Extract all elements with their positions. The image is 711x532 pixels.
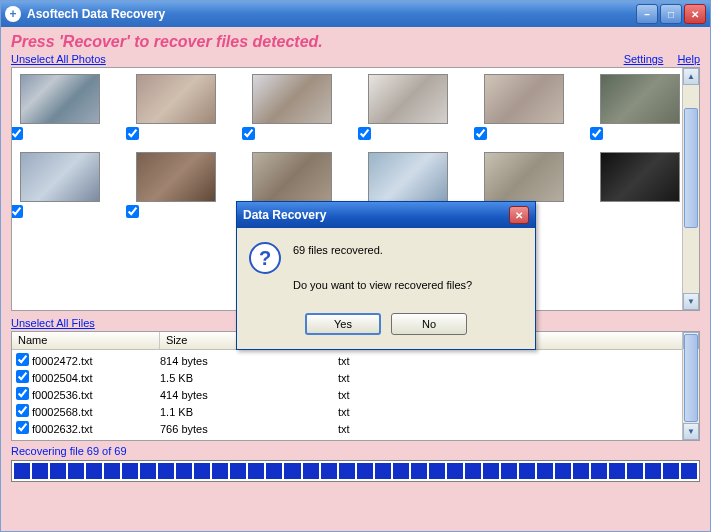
unselect-all-files-link[interactable]: Unselect All Files <box>11 317 95 329</box>
thumbnail-item[interactable] <box>20 152 108 202</box>
thumbnail-checkbox[interactable] <box>126 205 139 218</box>
thumbnail-item[interactable] <box>20 74 108 124</box>
progress-segment <box>429 463 445 479</box>
scroll-up-icon[interactable]: ▲ <box>683 68 699 85</box>
photo-thumbnail <box>252 74 332 124</box>
thumbnail-checkbox[interactable] <box>11 127 23 140</box>
file-extension: txt <box>338 423 488 435</box>
maximize-button[interactable]: □ <box>660 4 682 24</box>
dialog-message: 69 files recovered. Do you want to view … <box>293 242 472 295</box>
progress-segment <box>501 463 517 479</box>
thumbnail-checkbox[interactable] <box>358 127 371 140</box>
file-name: f0002568.txt <box>32 406 160 418</box>
progress-segment <box>339 463 355 479</box>
progress-segment <box>50 463 66 479</box>
scroll-down-icon[interactable]: ▼ <box>683 423 699 440</box>
dialog-line1: 69 files recovered. <box>293 242 472 260</box>
progress-segment <box>555 463 571 479</box>
file-extension: txt <box>338 372 488 384</box>
photos-scrollbar[interactable]: ▲ ▼ <box>682 68 699 310</box>
window-title: Asoftech Data Recovery <box>27 7 636 21</box>
table-row[interactable]: f0002632.txt766 bytestxt <box>12 420 699 437</box>
progress-segment <box>68 463 84 479</box>
photo-thumbnail <box>20 152 100 202</box>
thumbnail-item[interactable] <box>600 152 688 202</box>
progress-segment <box>411 463 427 479</box>
file-size: 766 bytes <box>160 423 338 435</box>
progress-segment <box>266 463 282 479</box>
progress-segment <box>32 463 48 479</box>
progress-segment <box>537 463 553 479</box>
thumbnail-checkbox[interactable] <box>11 205 23 218</box>
scroll-thumb[interactable] <box>684 108 698 228</box>
file-extension: txt <box>338 406 488 418</box>
photo-thumbnail <box>484 152 564 202</box>
unselect-all-photos-link[interactable]: Unselect All Photos <box>11 53 106 65</box>
file-checkbox[interactable] <box>16 404 29 417</box>
table-row[interactable]: f0002504.txt1.5 KBtxt <box>12 369 699 386</box>
photo-thumbnail <box>136 74 216 124</box>
file-checkbox[interactable] <box>16 370 29 383</box>
progress-segment <box>303 463 319 479</box>
thumbnail-item[interactable] <box>484 152 572 202</box>
progress-segment <box>681 463 697 479</box>
photo-thumbnail <box>20 74 100 124</box>
titlebar: + Asoftech Data Recovery – □ ✕ <box>1 1 710 27</box>
progress-segment <box>663 463 679 479</box>
progress-segment <box>104 463 120 479</box>
thumbnail-item[interactable] <box>252 74 340 124</box>
progress-segment <box>321 463 337 479</box>
scroll-down-icon[interactable]: ▼ <box>683 293 699 310</box>
thumbnail-checkbox[interactable] <box>474 127 487 140</box>
progress-segment <box>465 463 481 479</box>
dialog-close-button[interactable]: ✕ <box>509 206 529 224</box>
progress-segment <box>393 463 409 479</box>
main-window: + Asoftech Data Recovery – □ ✕ Press 'Re… <box>0 0 711 532</box>
minimize-button[interactable]: – <box>636 4 658 24</box>
progress-segment <box>122 463 138 479</box>
yes-button[interactable]: Yes <box>305 313 381 335</box>
thumbnail-checkbox[interactable] <box>590 127 603 140</box>
file-size: 814 bytes <box>160 355 338 367</box>
scroll-thumb[interactable] <box>684 334 698 422</box>
recovery-dialog: Data Recovery ✕ ? 69 files recovered. Do… <box>236 201 536 350</box>
progress-segment <box>357 463 373 479</box>
thumbnail-item[interactable] <box>136 152 224 202</box>
thumbnail-checkbox[interactable] <box>126 127 139 140</box>
table-row[interactable]: f0002472.txt814 bytestxt <box>12 352 699 369</box>
file-size: 1.5 KB <box>160 372 338 384</box>
file-rows-container: f0002472.txt814 bytestxtf0002504.txt1.5 … <box>12 350 699 439</box>
thumbnail-item[interactable] <box>368 152 456 202</box>
table-row[interactable]: f0002536.txt414 bytestxt <box>12 386 699 403</box>
photo-thumbnail <box>484 74 564 124</box>
progress-segment <box>86 463 102 479</box>
table-row[interactable]: f0002568.txt1.1 KBtxt <box>12 403 699 420</box>
dialog-line2: Do you want to view recovered files? <box>293 277 472 295</box>
progress-segment <box>591 463 607 479</box>
file-checkbox[interactable] <box>16 421 29 434</box>
file-name: f0002472.txt <box>32 355 160 367</box>
help-link[interactable]: Help <box>677 53 700 65</box>
thumbnail-item[interactable] <box>252 152 340 202</box>
question-icon: ? <box>249 242 281 274</box>
thumbnail-item[interactable] <box>484 74 572 124</box>
progress-segment <box>483 463 499 479</box>
progress-segment <box>447 463 463 479</box>
files-scrollbar[interactable]: ▲ ▼ <box>682 332 699 440</box>
photo-thumbnail <box>368 74 448 124</box>
progress-segment <box>212 463 228 479</box>
file-name: f0002504.txt <box>32 372 160 384</box>
thumbnail-item[interactable] <box>368 74 456 124</box>
settings-link[interactable]: Settings <box>624 53 664 65</box>
thumbnail-item[interactable] <box>600 74 688 124</box>
no-button[interactable]: No <box>391 313 467 335</box>
photo-thumbnail <box>252 152 332 202</box>
file-name: f0002632.txt <box>32 423 160 435</box>
progress-segment <box>627 463 643 479</box>
file-checkbox[interactable] <box>16 387 29 400</box>
thumbnail-item[interactable] <box>136 74 224 124</box>
column-header-name[interactable]: Name <box>12 332 160 349</box>
file-checkbox[interactable] <box>16 353 29 366</box>
thumbnail-checkbox[interactable] <box>242 127 255 140</box>
close-button[interactable]: ✕ <box>684 4 706 24</box>
